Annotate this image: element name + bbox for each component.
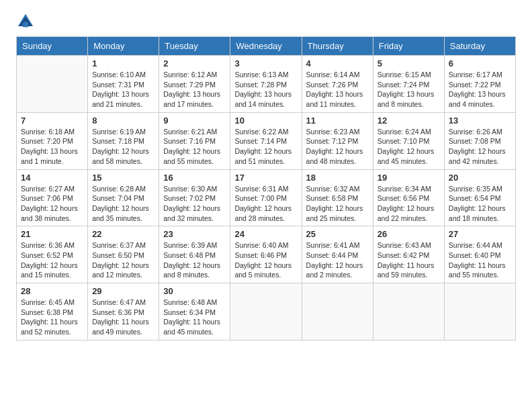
day-info: Sunrise: 6:23 AMSunset: 7:12 PMDaylight:… [306,127,369,167]
calendar-cell: 15Sunrise: 6:28 AMSunset: 7:04 PMDayligh… [88,169,159,226]
day-number: 18 [306,173,369,183]
day-info: Sunrise: 6:24 AMSunset: 7:10 PMDaylight:… [378,127,440,167]
weekday-header-wednesday: Wednesday [230,37,302,56]
calendar-cell: 21Sunrise: 6:36 AMSunset: 6:52 PMDayligh… [17,226,88,283]
day-number: 10 [234,116,297,126]
calendar-cell: 28Sunrise: 6:45 AMSunset: 6:38 PMDayligh… [17,283,88,340]
calendar-table: SundayMondayTuesdayWednesdayThursdayFrid… [16,36,516,340]
calendar-cell: 26Sunrise: 6:43 AMSunset: 6:42 PMDayligh… [373,226,444,283]
day-info: Sunrise: 6:12 AMSunset: 7:29 PMDaylight:… [163,70,226,109]
calendar-cell: 30Sunrise: 6:48 AMSunset: 6:34 PMDayligh… [159,283,230,340]
calendar-cell: 22Sunrise: 6:37 AMSunset: 6:50 PMDayligh… [88,226,159,283]
calendar-cell: 27Sunrise: 6:44 AMSunset: 6:40 PMDayligh… [444,226,515,283]
week-row-5: 28Sunrise: 6:45 AMSunset: 6:38 PMDayligh… [17,283,516,340]
day-info: Sunrise: 6:10 AMSunset: 7:31 PMDaylight:… [92,70,154,109]
day-info: Sunrise: 6:44 AMSunset: 6:40 PMDaylight:… [449,240,511,280]
svg-rect-2 [23,22,28,27]
day-number: 26 [378,229,440,239]
day-info: Sunrise: 6:30 AMSunset: 7:02 PMDaylight:… [163,184,226,224]
day-info: Sunrise: 6:47 AMSunset: 6:36 PMDaylight:… [92,298,154,337]
day-info: Sunrise: 6:32 AMSunset: 6:58 PMDaylight:… [306,184,369,224]
day-number: 16 [163,173,226,183]
calendar-cell [302,283,373,340]
weekday-header-thursday: Thursday [302,37,373,56]
day-info: Sunrise: 6:14 AMSunset: 7:26 PMDaylight:… [306,70,369,109]
day-number: 25 [306,229,369,239]
logo [16,12,38,31]
day-info: Sunrise: 6:31 AMSunset: 7:00 PMDaylight:… [234,184,297,224]
day-number: 1 [92,58,154,68]
day-info: Sunrise: 6:37 AMSunset: 6:50 PMDaylight:… [92,240,154,280]
calendar-cell: 4Sunrise: 6:14 AMSunset: 7:26 PMDaylight… [302,56,373,113]
day-number: 24 [234,229,297,239]
day-info: Sunrise: 6:17 AMSunset: 7:22 PMDaylight:… [449,70,511,109]
calendar-cell: 24Sunrise: 6:40 AMSunset: 6:46 PMDayligh… [230,226,302,283]
day-number: 2 [163,58,226,68]
week-row-4: 21Sunrise: 6:36 AMSunset: 6:52 PMDayligh… [17,226,516,283]
weekday-header-sunday: Sunday [17,37,88,56]
day-info: Sunrise: 6:40 AMSunset: 6:46 PMDaylight:… [234,240,297,280]
calendar-cell [373,283,444,340]
calendar-cell: 8Sunrise: 6:19 AMSunset: 7:18 PMDaylight… [88,112,159,169]
day-number: 8 [92,116,154,126]
header [16,12,516,31]
day-number: 7 [21,116,83,126]
day-number: 6 [449,58,511,68]
day-info: Sunrise: 6:13 AMSunset: 7:28 PMDaylight:… [234,70,297,109]
calendar-cell: 3Sunrise: 6:13 AMSunset: 7:28 PMDaylight… [230,56,302,113]
day-number: 3 [234,58,297,68]
header-row: SundayMondayTuesdayWednesdayThursdayFrid… [17,37,516,56]
calendar-cell: 16Sunrise: 6:30 AMSunset: 7:02 PMDayligh… [159,169,230,226]
day-info: Sunrise: 6:15 AMSunset: 7:24 PMDaylight:… [378,70,440,109]
day-info: Sunrise: 6:36 AMSunset: 6:52 PMDaylight:… [21,240,83,280]
calendar-cell: 7Sunrise: 6:18 AMSunset: 7:20 PMDaylight… [17,112,88,169]
day-info: Sunrise: 6:41 AMSunset: 6:44 PMDaylight:… [306,240,369,280]
calendar-cell: 23Sunrise: 6:39 AMSunset: 6:48 PMDayligh… [159,226,230,283]
calendar-cell: 25Sunrise: 6:41 AMSunset: 6:44 PMDayligh… [302,226,373,283]
day-number: 4 [306,58,369,68]
calendar-cell: 11Sunrise: 6:23 AMSunset: 7:12 PMDayligh… [302,112,373,169]
calendar-cell: 17Sunrise: 6:31 AMSunset: 7:00 PMDayligh… [230,169,302,226]
day-number: 5 [378,58,440,68]
day-info: Sunrise: 6:48 AMSunset: 6:34 PMDaylight:… [163,298,226,337]
day-number: 21 [21,229,83,239]
calendar-cell [230,283,302,340]
day-info: Sunrise: 6:27 AMSunset: 7:06 PMDaylight:… [21,184,83,224]
day-info: Sunrise: 6:34 AMSunset: 6:56 PMDaylight:… [378,184,440,224]
week-row-3: 14Sunrise: 6:27 AMSunset: 7:06 PMDayligh… [17,169,516,226]
week-row-2: 7Sunrise: 6:18 AMSunset: 7:20 PMDaylight… [17,112,516,169]
day-number: 20 [449,173,511,183]
weekday-header-tuesday: Tuesday [159,37,230,56]
calendar-cell: 18Sunrise: 6:32 AMSunset: 6:58 PMDayligh… [302,169,373,226]
page: SundayMondayTuesdayWednesdayThursdayFrid… [0,0,532,411]
calendar-cell: 10Sunrise: 6:22 AMSunset: 7:14 PMDayligh… [230,112,302,169]
day-info: Sunrise: 6:45 AMSunset: 6:38 PMDaylight:… [21,298,83,337]
day-info: Sunrise: 6:35 AMSunset: 6:54 PMDaylight:… [449,184,511,224]
calendar-cell: 9Sunrise: 6:21 AMSunset: 7:16 PMDaylight… [159,112,230,169]
calendar-cell: 5Sunrise: 6:15 AMSunset: 7:24 PMDaylight… [373,56,444,113]
day-number: 30 [163,286,226,296]
calendar-cell: 1Sunrise: 6:10 AMSunset: 7:31 PMDaylight… [88,56,159,113]
day-info: Sunrise: 6:26 AMSunset: 7:08 PMDaylight:… [449,127,511,167]
day-number: 29 [92,286,154,296]
day-number: 14 [21,173,83,183]
day-number: 28 [21,286,83,296]
day-number: 12 [378,116,440,126]
day-number: 15 [92,173,154,183]
logo-icon [16,12,35,31]
weekday-header-friday: Friday [373,37,444,56]
calendar-cell: 2Sunrise: 6:12 AMSunset: 7:29 PMDaylight… [159,56,230,113]
day-number: 9 [163,116,226,126]
day-number: 23 [163,229,226,239]
day-number: 27 [449,229,511,239]
day-info: Sunrise: 6:21 AMSunset: 7:16 PMDaylight:… [163,127,226,167]
day-info: Sunrise: 6:19 AMSunset: 7:18 PMDaylight:… [92,127,154,167]
day-info: Sunrise: 6:22 AMSunset: 7:14 PMDaylight:… [234,127,297,167]
calendar-cell: 20Sunrise: 6:35 AMSunset: 6:54 PMDayligh… [444,169,515,226]
weekday-header-saturday: Saturday [444,37,515,56]
day-info: Sunrise: 6:43 AMSunset: 6:42 PMDaylight:… [378,240,440,280]
weekday-header-monday: Monday [88,37,159,56]
day-number: 22 [92,229,154,239]
day-number: 17 [234,173,297,183]
calendar-cell: 14Sunrise: 6:27 AMSunset: 7:06 PMDayligh… [17,169,88,226]
